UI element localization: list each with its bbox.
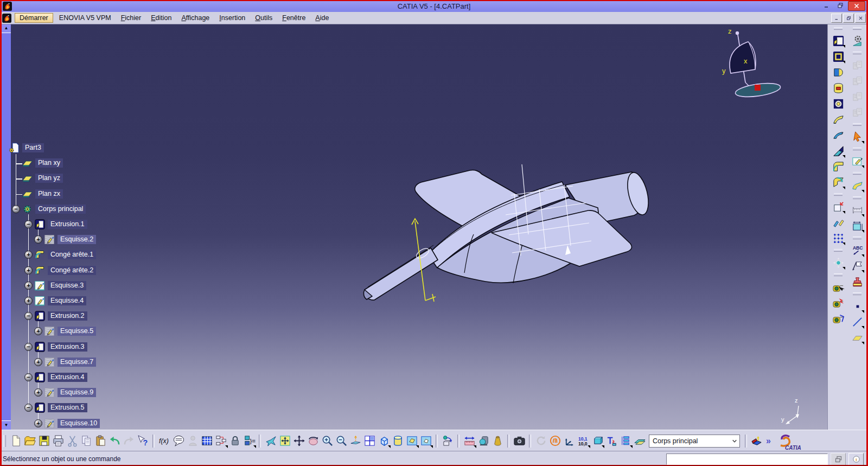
expander-plus-icon[interactable]: + [24,282,33,290]
tree-item-label[interactable]: Esquisse.10 [58,419,100,428]
tree-item-part3[interactable]: Part3 [9,142,44,154]
toolbar-grip[interactable] [3,435,6,447]
whats-this-button[interactable]: ? [136,434,150,448]
tree-item-esquisse-9[interactable]: +Esquisse.9 [34,387,96,398]
dropdown-arrow-icon[interactable] [843,267,845,270]
tree-item-label[interactable]: Corps principal [35,205,86,214]
toolbar-grip[interactable] [853,237,861,239]
dropdown-arrow-icon[interactable] [430,445,433,448]
dropdown-arrow-icon[interactable] [861,165,864,168]
shading-edges-button[interactable] [405,434,419,448]
toolbar-grip[interactable] [853,292,861,295]
lock-button[interactable] [228,434,242,448]
expander-minus-icon[interactable]: − [24,373,33,381]
iso-view-button[interactable] [376,434,391,448]
zoom-in-button[interactable] [320,434,334,448]
text-annotation-button[interactable]: ABC [850,243,864,257]
pattern-button[interactable] [831,231,845,245]
design-table-button[interactable] [200,434,214,448]
tree-item-label[interactable]: Congé arête.2 [48,266,96,275]
tree-item-label[interactable]: Esquisse.9 [58,388,96,397]
expander-plus-icon[interactable]: + [34,388,42,397]
expander-plus-icon[interactable]: + [34,358,42,366]
3d-viewport[interactable]: z x y z y [11,24,827,430]
3d-model-canvas[interactable]: z x y z y [11,24,827,430]
info-button[interactable]: i [848,453,864,465]
tools-options-button[interactable] [850,34,864,48]
expander-plus-icon[interactable]: + [34,327,42,335]
expander-plus-icon[interactable]: + [34,235,42,244]
zoom-out-button[interactable] [334,434,348,448]
tree-item-extrusion-3[interactable]: −Extrusion.3 [24,341,87,353]
measure-inertia-button[interactable] [490,434,505,448]
surfaces-button[interactable] [850,178,864,193]
expander-minus-icon[interactable]: − [12,205,20,213]
tree-item-plan-yz[interactable]: Plan yz [22,173,63,184]
toolbar-grip[interactable] [853,123,861,126]
point-button[interactable] [850,299,864,313]
snap-to-point-button[interactable]: 10,110,0 [576,434,590,448]
dropdown-arrow-icon[interactable] [253,445,256,448]
tree-item-label[interactable]: Extrusion.5 [48,403,87,412]
cut-button[interactable] [65,434,79,448]
menu-aide[interactable]: Aide [310,13,334,23]
dropdown-arrow-icon[interactable] [861,190,864,193]
menu-outils[interactable]: Outils [250,13,277,23]
dropdown-arrow-icon[interactable] [843,211,845,214]
command-input[interactable] [666,454,828,465]
toolbar-grip[interactable] [834,193,843,196]
menu-fen-tre[interactable]: Fenêtre [277,13,310,23]
tree-item-extrusion-2[interactable]: −Extrusion.2 [24,310,87,322]
compass-manipulation-handle[interactable] [755,85,761,91]
toolbar-grip[interactable] [853,52,861,54]
mirror-button[interactable] [831,215,845,229]
hole-button[interactable] [831,97,845,111]
dropdown-arrow-icon[interactable] [861,230,864,233]
edge-fillet-button[interactable] [831,159,845,174]
expander-plus-icon[interactable]: + [34,419,42,427]
tree-item-extrusion-4[interactable]: −Extrusion.4 [24,372,87,383]
dropdown-arrow-icon[interactable] [843,155,845,158]
toolbar-grip[interactable] [853,172,861,175]
paste-button[interactable] [93,434,107,448]
tree-item-cong-ar-te-2[interactable]: +Congé arête.2 [24,265,96,276]
menu-fichier[interactable]: Fichier [116,13,146,23]
toolbar-grip[interactable] [853,196,861,199]
tree-item-extrusion-5[interactable]: −Extrusion.5 [24,402,87,413]
tree-item-esquisse-10[interactable]: +Esquisse.10 [34,418,100,429]
menu-enovia-v5-vpm[interactable]: ENOVIA V5 VPM [54,13,116,23]
dropdown-arrow-icon[interactable] [861,141,864,144]
rules-button[interactable]: }= [242,434,256,448]
tree-item-label[interactable]: Part3 [22,143,44,152]
tree-item-label[interactable]: Esquisse.5 [58,327,96,336]
toolbar-grip[interactable] [834,27,843,30]
dropdown-arrow-icon[interactable] [861,214,864,217]
scroll-down-icon[interactable]: ▼ [2,420,11,430]
tree-item-plan-zx[interactable]: Plan zx [22,188,63,200]
toolbar-grip[interactable] [834,273,843,276]
scroll-up-icon[interactable]: ▲ [2,24,11,33]
toolbar-grip[interactable] [853,148,861,150]
copy-button[interactable] [79,434,93,448]
body-selector-dropdown[interactable]: Corps principal [649,435,740,448]
tree-item-label[interactable]: Esquisse.3 [48,281,86,290]
pocket-button[interactable] [831,49,845,63]
tree-item-esquisse-4[interactable]: +Esquisse.4 [24,295,86,307]
tree-item-esquisse-5[interactable]: +Esquisse.5 [34,325,96,337]
tree-item-label[interactable]: Plan xy [35,158,63,168]
tree-item-corps-principal[interactable]: −Corps principal [12,203,86,215]
tree-item-plan-xy[interactable]: Plan xy [22,157,63,169]
catalog-button[interactable] [441,434,455,448]
formula-button[interactable]: f(x) [157,434,171,448]
dropdown-arrow-icon[interactable] [843,45,845,48]
expander-plus-icon[interactable]: + [24,251,33,259]
pad-button[interactable] [831,34,845,48]
tree-item-label[interactable]: Extrusion.4 [48,373,87,382]
tree-item-label[interactable]: Plan yz [35,174,63,183]
chamfer-button[interactable] [831,175,845,189]
menu-affichage[interactable]: Affichage [176,13,214,23]
child-close-button[interactable] [855,14,866,23]
undo-button[interactable] [107,434,122,448]
close-button[interactable] [848,1,865,11]
normal-view-button[interactable] [348,434,362,448]
